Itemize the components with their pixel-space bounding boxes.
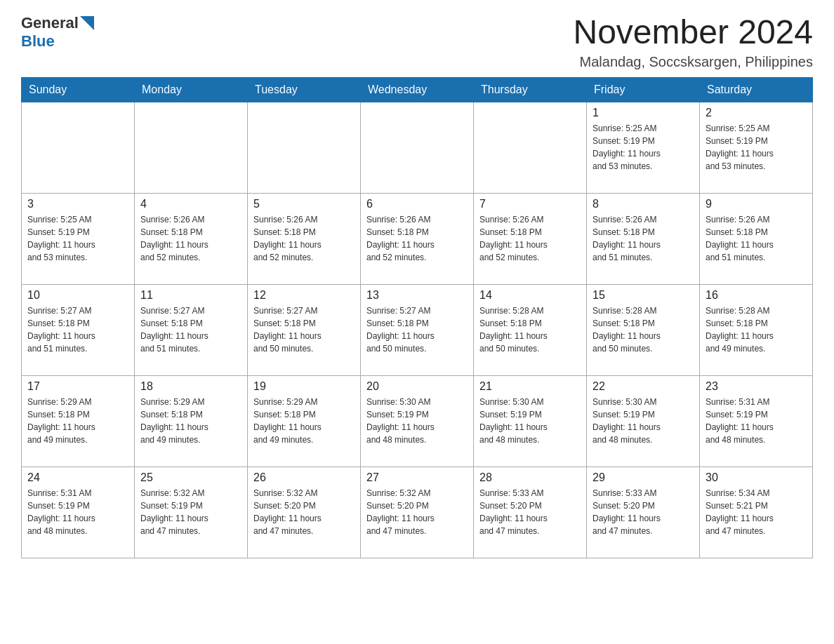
weekday-header-tuesday: Tuesday: [248, 77, 361, 102]
calendar-cell: 29Sunrise: 5:33 AM Sunset: 5:20 PM Dayli…: [587, 467, 700, 558]
calendar-cell: 20Sunrise: 5:30 AM Sunset: 5:19 PM Dayli…: [361, 375, 474, 467]
day-info: Sunrise: 5:25 AM Sunset: 5:19 PM Dayligh…: [27, 213, 128, 264]
calendar-cell: 4Sunrise: 5:26 AM Sunset: 5:18 PM Daylig…: [135, 193, 248, 284]
calendar-cell: 8Sunrise: 5:26 AM Sunset: 5:18 PM Daylig…: [587, 193, 700, 284]
calendar-table: SundayMondayTuesdayWednesdayThursdayFrid…: [21, 77, 813, 558]
day-info: Sunrise: 5:27 AM Sunset: 5:18 PM Dayligh…: [253, 304, 355, 355]
day-number: 10: [27, 289, 128, 302]
day-info: Sunrise: 5:34 AM Sunset: 5:21 PM Dayligh…: [706, 487, 807, 537]
day-info: Sunrise: 5:29 AM Sunset: 5:18 PM Dayligh…: [27, 396, 128, 446]
day-number: 28: [479, 471, 581, 484]
title-block: November 2024 Malandag, Soccsksargen, Ph…: [573, 14, 813, 70]
calendar-cell: [22, 102, 135, 193]
calendar-cell: 27Sunrise: 5:32 AM Sunset: 5:20 PM Dayli…: [361, 467, 474, 558]
day-number: 18: [140, 380, 241, 393]
day-info: Sunrise: 5:27 AM Sunset: 5:18 PM Dayligh…: [27, 304, 128, 355]
day-info: Sunrise: 5:26 AM Sunset: 5:18 PM Dayligh…: [366, 213, 468, 264]
calendar-cell: [474, 102, 587, 193]
day-info: Sunrise: 5:26 AM Sunset: 5:18 PM Dayligh…: [479, 213, 581, 264]
day-number: 8: [593, 198, 694, 210]
calendar-cell: 25Sunrise: 5:32 AM Sunset: 5:19 PM Dayli…: [135, 467, 248, 558]
day-info: Sunrise: 5:33 AM Sunset: 5:20 PM Dayligh…: [593, 487, 694, 537]
weekday-header-monday: Monday: [135, 77, 248, 102]
calendar-cell: 10Sunrise: 5:27 AM Sunset: 5:18 PM Dayli…: [22, 284, 135, 375]
calendar-cell: 12Sunrise: 5:27 AM Sunset: 5:18 PM Dayli…: [248, 284, 361, 375]
day-info: Sunrise: 5:33 AM Sunset: 5:20 PM Dayligh…: [479, 487, 581, 537]
day-number: 13: [366, 289, 468, 302]
calendar-cell: 26Sunrise: 5:32 AM Sunset: 5:20 PM Dayli…: [248, 467, 361, 558]
day-number: 5: [253, 198, 355, 210]
weekday-header-row: SundayMondayTuesdayWednesdayThursdayFrid…: [22, 77, 813, 102]
day-info: Sunrise: 5:30 AM Sunset: 5:19 PM Dayligh…: [593, 396, 694, 446]
calendar-cell: 28Sunrise: 5:33 AM Sunset: 5:20 PM Dayli…: [474, 467, 587, 558]
calendar-cell: 24Sunrise: 5:31 AM Sunset: 5:19 PM Dayli…: [22, 467, 135, 558]
calendar-week-row: 3Sunrise: 5:25 AM Sunset: 5:19 PM Daylig…: [22, 193, 813, 284]
calendar-cell: 21Sunrise: 5:30 AM Sunset: 5:19 PM Dayli…: [474, 375, 587, 467]
calendar-cell: 15Sunrise: 5:28 AM Sunset: 5:18 PM Dayli…: [587, 284, 700, 375]
calendar-cell: 7Sunrise: 5:26 AM Sunset: 5:18 PM Daylig…: [474, 193, 587, 284]
day-info: Sunrise: 5:32 AM Sunset: 5:19 PM Dayligh…: [140, 487, 241, 537]
day-number: 20: [366, 380, 468, 393]
day-info: Sunrise: 5:27 AM Sunset: 5:18 PM Dayligh…: [366, 304, 468, 355]
day-number: 24: [27, 471, 128, 484]
day-number: 27: [366, 471, 468, 484]
calendar-cell: [361, 102, 474, 193]
calendar-cell: 11Sunrise: 5:27 AM Sunset: 5:18 PM Dayli…: [135, 284, 248, 375]
day-info: Sunrise: 5:26 AM Sunset: 5:18 PM Dayligh…: [593, 213, 694, 264]
day-info: Sunrise: 5:31 AM Sunset: 5:19 PM Dayligh…: [27, 487, 128, 537]
day-info: Sunrise: 5:28 AM Sunset: 5:18 PM Dayligh…: [593, 304, 694, 355]
calendar-cell: 19Sunrise: 5:29 AM Sunset: 5:18 PM Dayli…: [248, 375, 361, 467]
day-number: 19: [253, 380, 355, 393]
day-info: Sunrise: 5:26 AM Sunset: 5:18 PM Dayligh…: [140, 213, 241, 264]
calendar-cell: 2Sunrise: 5:25 AM Sunset: 5:19 PM Daylig…: [700, 102, 813, 193]
day-number: 7: [479, 198, 581, 210]
calendar-cell: 18Sunrise: 5:29 AM Sunset: 5:18 PM Dayli…: [135, 375, 248, 467]
day-info: Sunrise: 5:27 AM Sunset: 5:18 PM Dayligh…: [140, 304, 241, 355]
day-info: Sunrise: 5:29 AM Sunset: 5:18 PM Dayligh…: [253, 396, 355, 446]
month-title: November 2024: [573, 14, 813, 51]
day-number: 21: [479, 380, 581, 393]
day-info: Sunrise: 5:32 AM Sunset: 5:20 PM Dayligh…: [253, 487, 355, 537]
day-number: 4: [140, 198, 241, 210]
calendar-week-row: 1Sunrise: 5:25 AM Sunset: 5:19 PM Daylig…: [22, 102, 813, 193]
location: Malandag, Soccsksargen, Philippines: [573, 54, 813, 70]
weekday-header-saturday: Saturday: [700, 77, 813, 102]
calendar-cell: [248, 102, 361, 193]
day-info: Sunrise: 5:32 AM Sunset: 5:20 PM Dayligh…: [366, 487, 468, 537]
logo: General Blue: [21, 14, 94, 51]
day-number: 25: [140, 471, 241, 484]
calendar-cell: 9Sunrise: 5:26 AM Sunset: 5:18 PM Daylig…: [700, 193, 813, 284]
page-header: General Blue November 2024 Malandag, Soc…: [21, 14, 813, 70]
day-number: 15: [593, 289, 694, 302]
weekday-header-thursday: Thursday: [474, 77, 587, 102]
calendar-cell: 3Sunrise: 5:25 AM Sunset: 5:19 PM Daylig…: [22, 193, 135, 284]
day-number: 30: [706, 471, 807, 484]
day-number: 14: [479, 289, 581, 302]
day-number: 23: [706, 380, 807, 393]
weekday-header-wednesday: Wednesday: [361, 77, 474, 102]
day-number: 9: [706, 198, 807, 210]
day-number: 22: [593, 380, 694, 393]
logo-general: General: [21, 14, 79, 32]
calendar-week-row: 24Sunrise: 5:31 AM Sunset: 5:19 PM Dayli…: [22, 467, 813, 558]
svg-marker-0: [80, 16, 94, 30]
calendar-week-row: 17Sunrise: 5:29 AM Sunset: 5:18 PM Dayli…: [22, 375, 813, 467]
calendar-cell: 13Sunrise: 5:27 AM Sunset: 5:18 PM Dayli…: [361, 284, 474, 375]
day-number: 26: [253, 471, 355, 484]
day-info: Sunrise: 5:28 AM Sunset: 5:18 PM Dayligh…: [479, 304, 581, 355]
calendar-cell: 30Sunrise: 5:34 AM Sunset: 5:21 PM Dayli…: [700, 467, 813, 558]
calendar-cell: 22Sunrise: 5:30 AM Sunset: 5:19 PM Dayli…: [587, 375, 700, 467]
day-number: 3: [27, 198, 128, 210]
calendar-cell: 14Sunrise: 5:28 AM Sunset: 5:18 PM Dayli…: [474, 284, 587, 375]
calendar-cell: 6Sunrise: 5:26 AM Sunset: 5:18 PM Daylig…: [361, 193, 474, 284]
weekday-header-friday: Friday: [587, 77, 700, 102]
calendar-cell: 23Sunrise: 5:31 AM Sunset: 5:19 PM Dayli…: [700, 375, 813, 467]
day-number: 17: [27, 380, 128, 393]
day-info: Sunrise: 5:30 AM Sunset: 5:19 PM Dayligh…: [366, 396, 468, 446]
calendar-cell: 1Sunrise: 5:25 AM Sunset: 5:19 PM Daylig…: [587, 102, 700, 193]
day-info: Sunrise: 5:25 AM Sunset: 5:19 PM Dayligh…: [593, 122, 694, 173]
day-number: 1: [593, 107, 694, 119]
day-info: Sunrise: 5:26 AM Sunset: 5:18 PM Dayligh…: [706, 213, 807, 264]
day-number: 6: [366, 198, 468, 210]
day-info: Sunrise: 5:30 AM Sunset: 5:19 PM Dayligh…: [479, 396, 581, 446]
